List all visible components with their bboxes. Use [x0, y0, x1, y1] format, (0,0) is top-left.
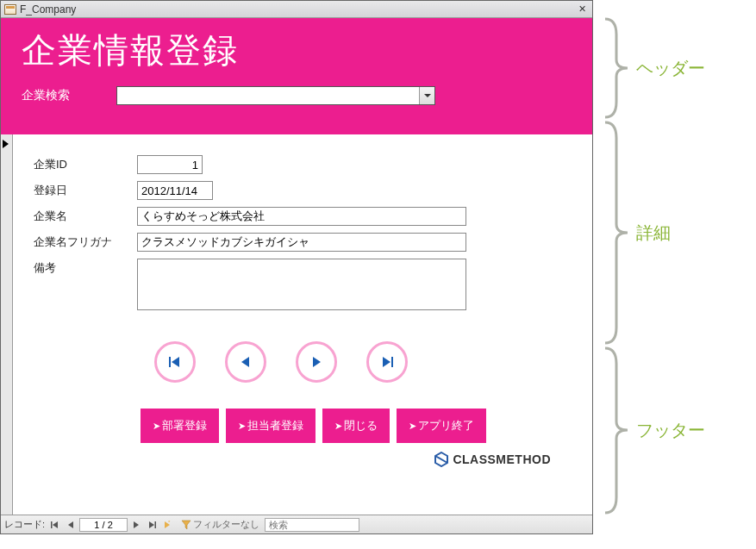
company-id-field[interactable]	[137, 155, 203, 174]
arrow-icon: ➤	[409, 421, 416, 432]
anno-header-label: ヘッダー	[636, 57, 705, 80]
page-title: 企業情報登録	[22, 27, 572, 74]
arrow-icon: ➤	[334, 421, 342, 432]
svg-rect-0	[169, 357, 171, 367]
last-icon	[147, 521, 156, 529]
last-icon	[380, 355, 394, 369]
form-header-section: 企業情報登録 企業検索	[1, 18, 592, 134]
form-icon	[4, 4, 16, 15]
svg-line-7	[435, 456, 447, 463]
form-body: 企業情報登録 企業検索 企業ID 登録日	[1, 18, 592, 515]
company-furigana-label: 企業名フリガナ	[34, 233, 137, 250]
close-label: 閉じる	[344, 418, 378, 434]
svg-marker-16	[182, 521, 191, 529]
sb-first-button[interactable]	[48, 518, 62, 532]
form-window: F_Company ✕ 企業情報登録 企業検索 企業ID	[0, 0, 593, 534]
svg-rect-8	[51, 521, 53, 528]
sb-last-button[interactable]	[145, 518, 159, 532]
nav-prev-button[interactable]	[225, 341, 266, 383]
form-detail-section: 企業ID 登録日 企業名 企業名フリガナ 備考	[1, 134, 592, 326]
nav-first-button[interactable]	[154, 341, 196, 383]
nav-next-button[interactable]	[296, 341, 337, 383]
classmethod-logo: CLASSMETHOD	[434, 452, 551, 467]
svg-marker-2	[241, 357, 249, 367]
next-icon	[309, 355, 323, 369]
person-register-label: 担当者登録	[247, 418, 303, 434]
prev-icon	[66, 521, 75, 529]
anno-footer-label: フッター	[636, 419, 705, 442]
arrow-icon: ➤	[153, 421, 160, 432]
sb-prev-button[interactable]	[64, 518, 78, 532]
logo-mark-icon	[434, 452, 449, 467]
svg-rect-13	[155, 521, 157, 528]
form-footer-section: ➤ 部署登録 ➤ 担当者登録 ➤ 閉じる ➤ アプリ終了	[1, 326, 592, 476]
logo-text: CLASSMETHOD	[453, 452, 551, 466]
chevron-down-icon	[424, 94, 431, 97]
record-label: レコード:	[4, 518, 45, 531]
close-button[interactable]: ➤ 閉じる	[322, 409, 390, 443]
titlebar: F_Company ✕	[1, 1, 592, 18]
filter-text: フィルターなし	[193, 518, 259, 531]
prev-icon	[239, 355, 253, 369]
action-row: ➤ 部署登録 ➤ 担当者登録 ➤ 閉じる ➤ アプリ終了	[141, 409, 572, 443]
search-label: 企業検索	[22, 88, 116, 103]
search-combobox[interactable]	[116, 86, 435, 105]
next-icon	[132, 521, 141, 529]
svg-marker-1	[172, 357, 179, 367]
first-icon	[168, 355, 182, 369]
quit-app-label: アプリ終了	[418, 418, 474, 434]
filter-icon	[181, 520, 191, 530]
window-close-button[interactable]: ✕	[575, 3, 589, 16]
statusbar: レコード: * フィルターなし	[1, 515, 592, 533]
svg-text:*: *	[168, 521, 171, 525]
anno-header: ヘッダー	[603, 17, 705, 119]
anno-detail-label: 詳細	[636, 221, 671, 245]
record-marker-icon	[3, 140, 9, 148]
dropdown-button[interactable]	[419, 87, 434, 104]
sb-search-field[interactable]	[265, 518, 359, 532]
new-record-icon: *	[163, 521, 172, 529]
dept-register-label: 部署登録	[162, 418, 207, 434]
anno-detail: 詳細	[603, 121, 671, 345]
memo-field[interactable]	[137, 259, 466, 310]
company-furigana-field[interactable]	[137, 233, 466, 252]
svg-marker-11	[134, 521, 139, 528]
company-id-label: 企業ID	[34, 155, 137, 172]
record-selector[interactable]	[1, 134, 13, 515]
sb-page-field[interactable]	[79, 518, 128, 532]
svg-marker-3	[313, 357, 321, 367]
anno-footer: フッター	[603, 346, 705, 515]
first-icon	[51, 521, 59, 529]
statusbar-nav: *	[48, 518, 174, 532]
svg-marker-9	[53, 521, 58, 528]
search-input[interactable]	[117, 87, 419, 104]
record-nav-row	[154, 341, 572, 383]
dept-register-button[interactable]: ➤ 部署登録	[141, 409, 219, 443]
svg-marker-12	[149, 521, 154, 528]
svg-marker-10	[68, 521, 73, 528]
company-name-field[interactable]	[137, 207, 466, 226]
nav-last-button[interactable]	[366, 341, 408, 383]
search-row: 企業検索	[22, 86, 572, 105]
logo-row: CLASSMETHOD	[34, 452, 572, 467]
sb-filter[interactable]: フィルターなし	[181, 518, 259, 531]
quit-app-button[interactable]: ➤ アプリ終了	[397, 409, 486, 443]
register-date-label: 登録日	[34, 181, 137, 198]
svg-rect-5	[391, 357, 393, 367]
arrow-icon: ➤	[238, 421, 246, 432]
company-name-label: 企業名	[34, 207, 137, 224]
window-title: F_Company	[20, 3, 76, 16]
sb-new-button[interactable]: *	[160, 518, 174, 532]
memo-label: 備考	[34, 259, 137, 276]
svg-marker-4	[383, 357, 390, 367]
sb-next-button[interactable]	[129, 518, 143, 532]
register-date-field[interactable]	[137, 181, 213, 200]
person-register-button[interactable]: ➤ 担当者登録	[226, 409, 316, 443]
